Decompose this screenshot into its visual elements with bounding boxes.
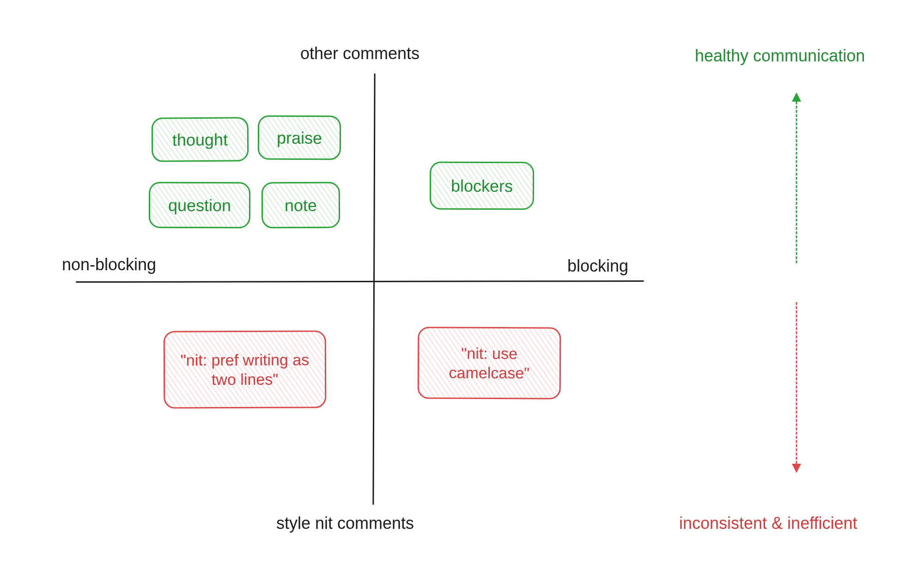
axis-label-right: blocking	[567, 256, 628, 276]
legend-arrow-up	[791, 92, 802, 263]
box-question-label: question	[168, 194, 231, 215]
box-blockers-label: blockers	[451, 175, 513, 196]
box-thought-label: thought	[172, 129, 228, 150]
legend-bottom: inconsistent & inefficient	[679, 514, 857, 533]
box-note: note	[261, 182, 340, 229]
axis-vertical	[372, 73, 375, 505]
axis-label-top: other comments	[300, 44, 419, 63]
box-nit-camelcase: "nit: use camelcase"	[418, 327, 561, 399]
box-note-label: note	[285, 194, 317, 215]
box-thought: thought	[152, 117, 249, 162]
box-praise-label: praise	[277, 127, 322, 148]
box-nit-camelcase-label: "nit: use camelcase"	[429, 343, 549, 383]
legend-arrow-down	[791, 302, 802, 473]
axis-label-left: non-blocking	[62, 255, 156, 274]
axis-horizontal	[76, 280, 644, 283]
axis-label-bottom: style nit comments	[276, 514, 414, 533]
box-question: question	[149, 182, 250, 229]
legend-top: healthy communication	[695, 46, 865, 66]
box-nit-two-lines: "nit: pref writing as two lines"	[164, 330, 327, 408]
box-nit-two-lines-label: "nit: pref writing as two lines"	[175, 350, 315, 389]
box-blockers: blockers	[430, 162, 534, 210]
box-praise: praise	[258, 115, 341, 160]
diagram-canvas: other comments style nit comments non-bl…	[0, 0, 924, 570]
